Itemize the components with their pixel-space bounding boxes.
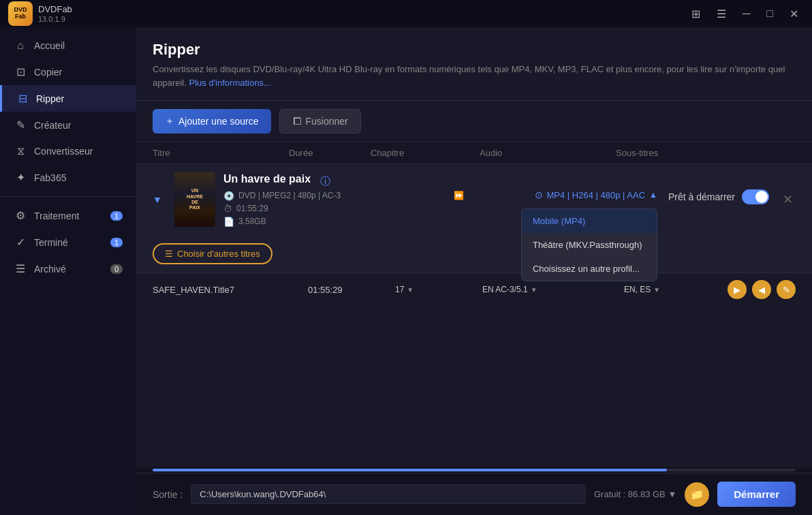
- sidebar-item-ripper[interactable]: ⊟ Ripper: [0, 85, 136, 112]
- format-dropdown: Mobile (MP4) Théâtre (MKV.Passthrough) C…: [521, 208, 657, 281]
- edit-action-icon[interactable]: ✎: [777, 280, 796, 299]
- termine-badge: 1: [110, 238, 123, 247]
- main-content: Ripper Convertissez les disques DVD/Blu-…: [136, 27, 812, 515]
- format-option-theatre[interactable]: Théâtre (MKV.Passthrough): [522, 233, 657, 257]
- movie-thumbnail: UNHAVREDEPAIX: [174, 172, 215, 227]
- page-description: Convertissez les disques DVD/Blu-ray/4K …: [153, 63, 796, 89]
- ready-toggle[interactable]: [742, 189, 769, 204]
- format-option-custom[interactable]: Choisissez un autre profil...: [522, 257, 657, 281]
- col-subtitles: Sous-titres: [616, 148, 741, 158]
- subtitles-select[interactable]: EN, ES ▼: [624, 285, 722, 294]
- add-source-label: Ajouter une source: [178, 116, 259, 127]
- meta-duration-row: ⏱ 01:55:29: [223, 204, 527, 214]
- movie-title: Un havre de paix: [223, 173, 311, 185]
- widget-button[interactable]: ⊞: [686, 5, 706, 23]
- meta-size-row: 📄 3.58GB: [223, 217, 527, 227]
- ready-text: Prêt à démarrer: [668, 191, 735, 202]
- sidebar-item-archive[interactable]: ☰ Archivé 0: [0, 255, 136, 282]
- close-button[interactable]: ✕: [784, 5, 804, 23]
- free-space: Gratuit : 86.83 GB ▼: [594, 489, 676, 499]
- output-path[interactable]: C:\Users\kun.wang\.DVDFab64\: [191, 484, 586, 504]
- window-controls: ⊞ ☰ ─ □ ✕: [686, 5, 804, 23]
- prev-action-icon[interactable]: ◀: [752, 280, 771, 299]
- sidebar-label-ripper: Ripper: [36, 93, 64, 104]
- format-selector[interactable]: ⊙ MP4 | H264 | 480p | AAC ▲: [535, 189, 657, 200]
- merge-label: Fusionner: [306, 116, 348, 127]
- sidebar-item-convertisseur[interactable]: ⧖ Convertisseur: [0, 138, 136, 164]
- page-title: Ripper: [153, 41, 796, 59]
- merge-button[interactable]: ⧠ Fusionner: [279, 109, 361, 134]
- scrollbar-thumb[interactable]: [153, 469, 667, 471]
- chapter-count: 17: [395, 285, 404, 294]
- sidebar-item-traitement[interactable]: ⚙ Traitement 1: [0, 202, 136, 229]
- plus-icon: ＋: [165, 115, 174, 127]
- close-movie-button[interactable]: ✕: [780, 189, 796, 210]
- subtitles-value: EN, ES: [624, 285, 651, 294]
- sidebar-item-copier[interactable]: ⊡ Copier: [0, 59, 136, 85]
- app-body: ⌂ Accueil ⊡ Copier ⊟ Ripper ✎ Créateur ⧖…: [0, 27, 812, 515]
- col-actions: [741, 148, 796, 158]
- bottom-bar: Sortie : C:\Users\kun.wang\.DVDFab64\ Gr…: [136, 473, 812, 515]
- add-source-button[interactable]: ＋ Ajouter une source: [153, 109, 271, 134]
- col-title: Titre: [153, 148, 289, 158]
- sidebar-item-createur[interactable]: ✎ Créateur: [0, 112, 136, 138]
- menu-button[interactable]: ☰: [711, 5, 732, 23]
- movie-size: 3.58GB: [238, 217, 266, 226]
- format-label[interactable]: MP4 | H264 | 480p | AAC: [547, 190, 646, 200]
- info-icon[interactable]: ⓘ: [320, 175, 330, 188]
- folder-button[interactable]: 📁: [685, 482, 709, 507]
- folder-icon: 📁: [690, 488, 704, 501]
- choose-titles-label: Choisir d'autres titres: [177, 249, 260, 259]
- audio-value: EN AC-3/5.1: [482, 285, 528, 294]
- sidebar-label-accueil: Accueil: [34, 40, 65, 51]
- minimize-button[interactable]: ─: [737, 5, 755, 23]
- format-option-mobile[interactable]: Mobile (MP4): [522, 209, 657, 233]
- copy-icon: ⊡: [14, 65, 27, 78]
- free-space-chevron: ▼: [668, 489, 676, 499]
- movie-meta: 💿 DVD | MPEG2 | 480p | AC-3 ⏩ ⏱ 01:55:29…: [223, 191, 527, 227]
- maximize-button[interactable]: □: [761, 5, 779, 23]
- done-icon: ✓: [14, 236, 27, 249]
- free-space-text: Gratuit : 86.83 GB: [594, 489, 666, 499]
- scrollbar-track: [153, 469, 796, 471]
- merge-icon: ⧠: [292, 116, 302, 127]
- play-action-icon[interactable]: ▶: [728, 280, 747, 299]
- action-icons: ▶ ◀ ✎: [728, 280, 796, 299]
- choose-titles-wrapper: ☰ Choisir d'autres titres: [136, 235, 812, 272]
- sidebar-divider: [0, 196, 136, 197]
- subtitles-chevron: ▼: [653, 286, 660, 294]
- content-area: ▼ UNHAVREDEPAIX Un havre de paix ⓘ: [136, 164, 812, 467]
- sidebar-label-archive: Archivé: [34, 264, 66, 275]
- movie-section: ▼ UNHAVREDEPAIX Un havre de paix ⓘ: [136, 164, 812, 306]
- sidebar-label-traitement: Traitement: [34, 210, 79, 221]
- size-icon: 📄: [223, 217, 234, 227]
- col-chapter: Chapitre: [371, 148, 480, 158]
- movie-info: Un havre de paix ⓘ 💿 DVD | MPEG2 | 480p …: [223, 173, 527, 227]
- sidebar-label-createur: Créateur: [34, 120, 71, 131]
- archive-icon: ☰: [14, 262, 27, 275]
- list-icon: ☰: [165, 249, 173, 259]
- start-button[interactable]: Démarrer: [717, 482, 796, 507]
- collapse-button[interactable]: ▼: [153, 194, 166, 205]
- sidebar-item-termine[interactable]: ✓ Terminé 1: [0, 229, 136, 255]
- movie-duration: 01:55:29: [236, 204, 268, 213]
- scrollbar-area[interactable]: [136, 467, 812, 473]
- app-name: DVDFab: [38, 4, 72, 15]
- sidebar-item-accueil[interactable]: ⌂ Accueil: [0, 33, 136, 59]
- movie-right-section: ⊙ MP4 | H264 | 480p | AAC ▲ Mobile (MP4)…: [535, 189, 796, 210]
- subtitle-duration: 01:55:29: [308, 285, 390, 295]
- fast-forward-icon: ⏩: [454, 191, 464, 200]
- movie-source: DVD | MPEG2 | 480p | AC-3: [238, 191, 341, 200]
- audio-select[interactable]: EN AC-3/5.1 ▼: [482, 285, 619, 294]
- audio-chevron: ▼: [531, 286, 537, 294]
- more-info-link[interactable]: Plus d'informations...: [189, 78, 271, 88]
- titlebar: DVDFab DVDFab 13.0.1.9 ⊞ ☰ ─ □ ✕: [0, 0, 812, 27]
- sidebar-item-fab365[interactable]: ✦ Fab365: [0, 164, 136, 191]
- subtitle-filename: SAFE_HAVEN.Title7: [153, 285, 302, 295]
- converter-icon: ⧖: [14, 145, 27, 157]
- chapter-select[interactable]: 17 ▼: [395, 285, 477, 294]
- disc-icon: 💿: [223, 191, 234, 201]
- page-header: Ripper Convertissez les disques DVD/Blu-…: [136, 27, 812, 101]
- choose-titles-button[interactable]: ☰ Choisir d'autres titres: [153, 243, 272, 264]
- clock-icon: ⏱: [223, 204, 232, 214]
